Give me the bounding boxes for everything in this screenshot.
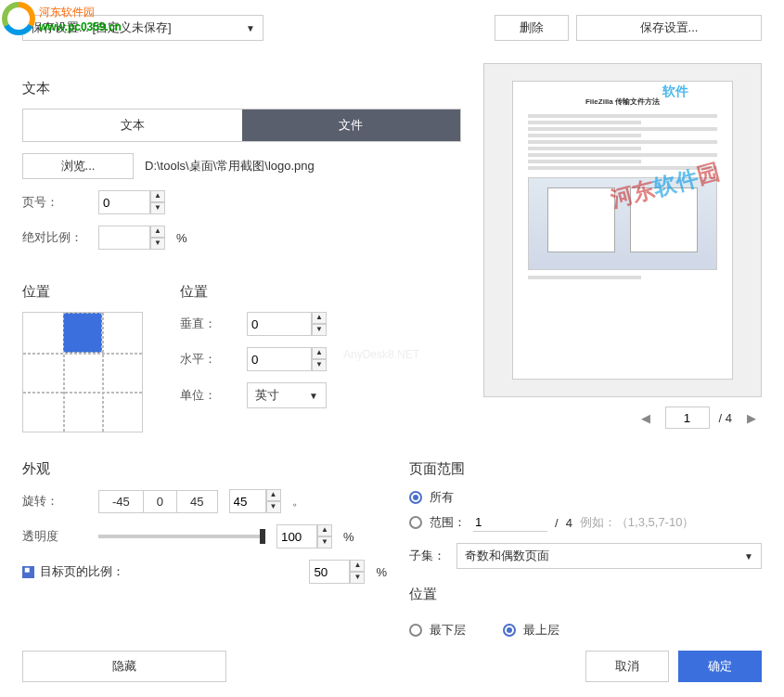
- subset-value: 奇数和偶数页面: [465, 548, 549, 564]
- preview-page: 软件 FileZilla 传输文件方法 河东软件园: [512, 81, 733, 380]
- tab-bar: 文本 文件: [22, 109, 461, 142]
- chevron-down-icon: ▼: [309, 391, 318, 401]
- up-arrow-icon[interactable]: ▲: [150, 226, 165, 238]
- vertical-input[interactable]: [247, 312, 312, 336]
- subset-label: 子集：: [409, 548, 445, 564]
- up-arrow-icon[interactable]: ▲: [350, 560, 365, 572]
- ok-button[interactable]: 确定: [678, 651, 762, 682]
- browse-button[interactable]: 浏览...: [22, 153, 134, 179]
- opacity-input[interactable]: [276, 524, 317, 549]
- rotate-neg45-button[interactable]: -45: [98, 490, 144, 513]
- down-arrow-icon[interactable]: ▼: [317, 536, 332, 549]
- down-arrow-icon[interactable]: ▼: [350, 572, 365, 584]
- chevron-down-icon: ▼: [246, 23, 255, 33]
- site-watermark: 河东软件园 www.pc0359.cn: [2, 2, 122, 35]
- abs-ratio-input[interactable]: [98, 226, 150, 250]
- range-from-input[interactable]: [473, 513, 547, 532]
- tab-file[interactable]: 文件: [242, 110, 461, 141]
- up-arrow-icon[interactable]: ▲: [312, 312, 327, 324]
- vertical-spinner[interactable]: ▲▼: [247, 312, 327, 336]
- text-section-title: 文本: [22, 80, 461, 97]
- range-custom-row[interactable]: 范围： / 4 例如：（1,3,5,7-10）: [409, 513, 762, 532]
- rotate-spinner[interactable]: ▲▼: [229, 489, 281, 513]
- rotate-label: 旋转：: [22, 493, 87, 510]
- range-sep: /: [555, 516, 559, 530]
- opacity-spinner[interactable]: ▲▼: [276, 524, 332, 549]
- horizontal-input[interactable]: [247, 347, 312, 371]
- pager-total: / 4: [719, 411, 732, 425]
- abs-ratio-label: 绝对比例：: [22, 229, 87, 246]
- radio-bottom-icon: [409, 624, 422, 637]
- page-range-title: 页面范围: [409, 460, 762, 478]
- down-arrow-icon[interactable]: ▼: [150, 202, 165, 214]
- appearance-title: 外观: [22, 460, 387, 478]
- opacity-slider[interactable]: [98, 535, 265, 538]
- pager-next-icon[interactable]: ▶: [741, 409, 762, 427]
- unit-label: 单位：: [180, 387, 225, 404]
- unit-value: 英寸: [255, 387, 279, 404]
- save-settings-button[interactable]: 保存设置...: [576, 15, 762, 41]
- pager: ◀ / 4 ▶: [483, 407, 762, 429]
- cancel-button[interactable]: 取消: [585, 651, 669, 682]
- pager-input[interactable]: [665, 407, 710, 429]
- rotate-0-button[interactable]: 0: [144, 490, 177, 513]
- horizontal-spinner[interactable]: ▲▼: [247, 347, 327, 371]
- opacity-label: 透明度: [22, 528, 87, 545]
- vertical-label: 垂直：: [180, 316, 225, 332]
- degree-sign: 。: [292, 493, 304, 510]
- delete-button[interactable]: 删除: [495, 15, 569, 41]
- preview-pane: 软件 FileZilla 传输文件方法 河东软件园: [483, 63, 762, 397]
- unit-combo[interactable]: 英寸 ▼: [247, 382, 327, 408]
- layer-top-row[interactable]: 最上层: [503, 622, 559, 639]
- layer-bottom-row[interactable]: 最下层: [409, 622, 466, 639]
- position-title: 位置: [22, 283, 143, 301]
- position-title2: 位置: [180, 283, 461, 301]
- checkbox-icon: [22, 566, 34, 578]
- range-hint: 例如：（1,3,5,7-10）: [580, 514, 695, 531]
- range-all-row[interactable]: 所有: [409, 489, 762, 506]
- rotate-input[interactable]: [229, 489, 266, 513]
- page-number-spinner[interactable]: ▲▼: [98, 190, 165, 214]
- horizontal-label: 水平：: [180, 351, 225, 368]
- chevron-down-icon: ▼: [744, 551, 753, 561]
- up-arrow-icon[interactable]: ▲: [150, 190, 165, 202]
- position-grid[interactable]: [22, 312, 143, 432]
- down-arrow-icon[interactable]: ▼: [150, 238, 165, 250]
- target-ratio-spinner[interactable]: ▲▼: [309, 560, 365, 584]
- preview-watermark-small: 软件: [662, 84, 688, 100]
- down-arrow-icon[interactable]: ▼: [312, 359, 327, 371]
- radio-top-icon: [503, 624, 516, 637]
- layer-bottom-label: 最下层: [430, 622, 466, 639]
- target-ratio-checkbox[interactable]: 目标页的比例：: [22, 563, 124, 580]
- layer-top-label: 最上层: [523, 622, 559, 639]
- hide-button[interactable]: 隐藏: [22, 651, 226, 682]
- page-number-input[interactable]: [98, 190, 150, 214]
- preview-doc-title: FileZilla 传输文件方法: [528, 97, 717, 107]
- position-marker[interactable]: [63, 313, 103, 353]
- subset-combo[interactable]: 奇数和偶数页面 ▼: [456, 543, 762, 569]
- site-text: 河东软件园 www.pc0359.cn: [39, 5, 122, 33]
- abs-ratio-spinner[interactable]: ▲▼: [98, 226, 165, 250]
- target-ratio-input[interactable]: [309, 560, 350, 584]
- target-ratio-label: 目标页的比例：: [40, 563, 124, 580]
- tab-text[interactable]: 文本: [23, 110, 242, 141]
- layer-title: 位置: [409, 586, 762, 603]
- down-arrow-icon[interactable]: ▼: [312, 324, 327, 336]
- file-path: D:\tools\桌面\常用截图\logo.png: [145, 158, 315, 174]
- up-arrow-icon[interactable]: ▲: [312, 347, 327, 359]
- range-label: 范围：: [430, 514, 466, 531]
- range-to: 4: [566, 516, 572, 530]
- pager-prev-icon[interactable]: ◀: [636, 409, 656, 427]
- radio-all-icon: [409, 491, 422, 504]
- percent-sign: %: [343, 530, 354, 544]
- down-arrow-icon[interactable]: ▼: [266, 501, 281, 513]
- page-number-label: 页号：: [22, 194, 87, 211]
- radio-range-icon: [409, 516, 422, 529]
- up-arrow-icon[interactable]: ▲: [317, 524, 332, 536]
- percent-sign: %: [376, 565, 387, 579]
- percent-sign: %: [176, 231, 187, 245]
- rotate-45-button[interactable]: 45: [177, 490, 217, 513]
- logo-icon: [2, 2, 35, 35]
- up-arrow-icon[interactable]: ▲: [266, 489, 281, 501]
- range-all-label: 所有: [430, 489, 454, 506]
